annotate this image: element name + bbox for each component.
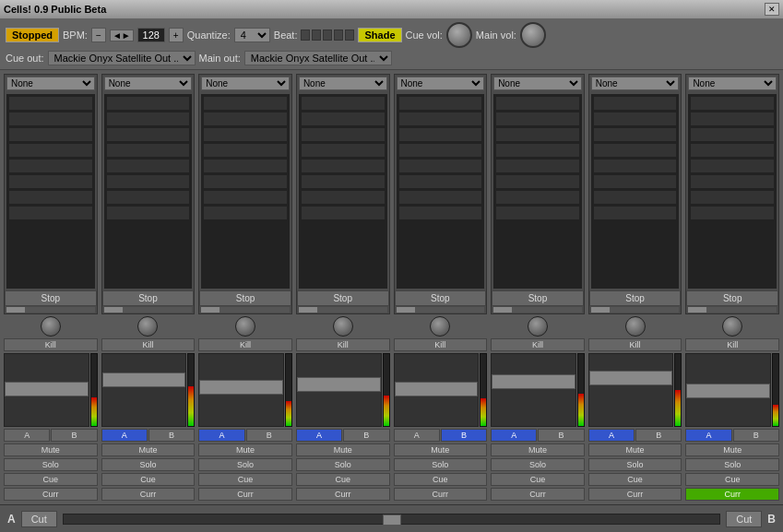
cue-out-select[interactable]: Mackie Onyx Satellite Out ... [48,51,196,65]
fader-thumb-2[interactable] [102,372,186,387]
b-button-2[interactable]: B [148,429,195,442]
stop-button-4[interactable]: Stop [297,290,389,306]
channel-scroll-6[interactable] [493,307,582,313]
clip-slot[interactable] [495,206,580,220]
clip-slot[interactable] [8,143,93,158]
clip-slot[interactable] [203,159,288,173]
clip-slot[interactable] [593,127,678,142]
fader-thumb-7[interactable] [589,371,673,385]
stop-button-8[interactable]: Stop [686,290,778,306]
channel-knob-1[interactable] [41,316,61,337]
channel-knob-5[interactable] [430,316,450,337]
clip-slot[interactable] [106,127,191,142]
clip-slot[interactable] [301,96,386,111]
channel-select-2[interactable]: None [104,77,193,90]
cue-button-1[interactable]: Cue [4,473,98,486]
clip-slot[interactable] [8,96,93,111]
fader-track-7[interactable] [588,353,674,427]
kill-button-8[interactable]: Kill [685,338,779,351]
curr-button-7[interactable]: Curr [588,488,682,501]
solo-button-2[interactable]: Solo [101,458,196,471]
clip-slot[interactable] [398,174,483,189]
channel-select-7[interactable]: None [591,77,680,90]
fader-track-3[interactable] [198,353,284,427]
clip-slot[interactable] [301,143,386,158]
cue-button-6[interactable]: Cue [491,473,585,486]
a-button-3[interactable]: A [198,429,244,442]
channel-scroll-4[interactable] [299,307,387,313]
clip-slot[interactable] [398,143,483,158]
clip-slot[interactable] [106,112,191,126]
b-button-3[interactable]: B [246,429,292,442]
kill-button-2[interactable]: Kill [101,338,196,351]
clip-slot[interactable] [495,143,580,158]
clip-slot[interactable] [398,127,483,142]
a-button-7[interactable]: A [588,429,635,442]
solo-button-1[interactable]: Solo [4,458,98,471]
clip-slot[interactable] [495,96,580,111]
channel-select-4[interactable]: None [299,77,387,90]
cue-vol-knob[interactable] [446,22,472,48]
clip-slot[interactable] [203,190,288,205]
curr-button-8[interactable]: Curr [685,488,779,501]
clip-slot[interactable] [301,206,386,220]
clip-slot[interactable] [8,127,93,142]
solo-button-8[interactable]: Solo [685,458,779,471]
mute-button-3[interactable]: Mute [198,443,292,456]
a-button-8[interactable]: A [685,429,731,442]
curr-button-5[interactable]: Curr [394,488,488,501]
curr-button-2[interactable]: Curr [101,488,196,501]
mute-button-6[interactable]: Mute [491,443,585,456]
clip-slot[interactable] [106,190,191,205]
channel-knob-8[interactable] [722,316,742,337]
mute-button-1[interactable]: Mute [4,443,98,456]
clip-slot[interactable] [593,159,678,173]
kill-button-3[interactable]: Kill [198,338,292,351]
clip-slot[interactable] [495,127,580,142]
clip-slot[interactable] [106,174,191,189]
clip-slot[interactable] [398,206,483,220]
clip-slot[interactable] [106,206,191,220]
cue-button-2[interactable]: Cue [101,473,196,486]
clip-slot[interactable] [690,127,775,142]
clip-slot[interactable] [203,96,288,111]
fader-track-2[interactable] [101,353,187,427]
kill-button-1[interactable]: Kill [4,338,98,351]
stop-button-7[interactable]: Stop [589,290,682,306]
clip-slot[interactable] [301,127,386,142]
cue-button-7[interactable]: Cue [588,473,682,486]
solo-button-7[interactable]: Solo [588,458,682,471]
a-button-4[interactable]: A [296,429,342,442]
clip-slot[interactable] [690,190,775,205]
curr-button-1[interactable]: Curr [4,488,98,501]
kill-button-5[interactable]: Kill [394,338,488,351]
a-button-5[interactable]: A [394,429,440,442]
channel-select-3[interactable]: None [201,77,290,90]
main-vol-knob[interactable] [520,22,546,48]
a-button-2[interactable]: A [101,429,148,442]
mute-button-4[interactable]: Mute [296,443,390,456]
main-out-select[interactable]: Mackie Onyx Satellite Out ... [244,51,392,65]
bpm-plus-button[interactable]: + [169,28,184,42]
channel-scroll-2[interactable] [104,307,193,313]
cue-button-4[interactable]: Cue [296,473,390,486]
a-button-1[interactable]: A [4,429,50,442]
b-button-8[interactable]: B [733,429,779,442]
stop-button-5[interactable]: Stop [395,290,487,306]
clip-slot[interactable] [398,112,483,126]
cut-right-button[interactable]: Cut [726,511,762,527]
channel-scroll-1[interactable] [6,307,95,313]
channel-knob-4[interactable] [333,316,353,337]
solo-button-5[interactable]: Solo [394,458,488,471]
channel-select-1[interactable]: None [6,77,95,90]
clip-slot[interactable] [495,174,580,189]
fader-thumb-8[interactable] [686,384,770,398]
stop-button-1[interactable]: Stop [5,290,97,306]
shade-button[interactable]: Shade [358,28,401,42]
clip-slot[interactable] [690,206,775,220]
clip-slot[interactable] [301,174,386,189]
mute-button-7[interactable]: Mute [588,443,682,456]
fader-track-1[interactable] [4,353,89,427]
channel-scroll-8[interactable] [688,307,777,313]
clip-slot[interactable] [593,206,678,220]
